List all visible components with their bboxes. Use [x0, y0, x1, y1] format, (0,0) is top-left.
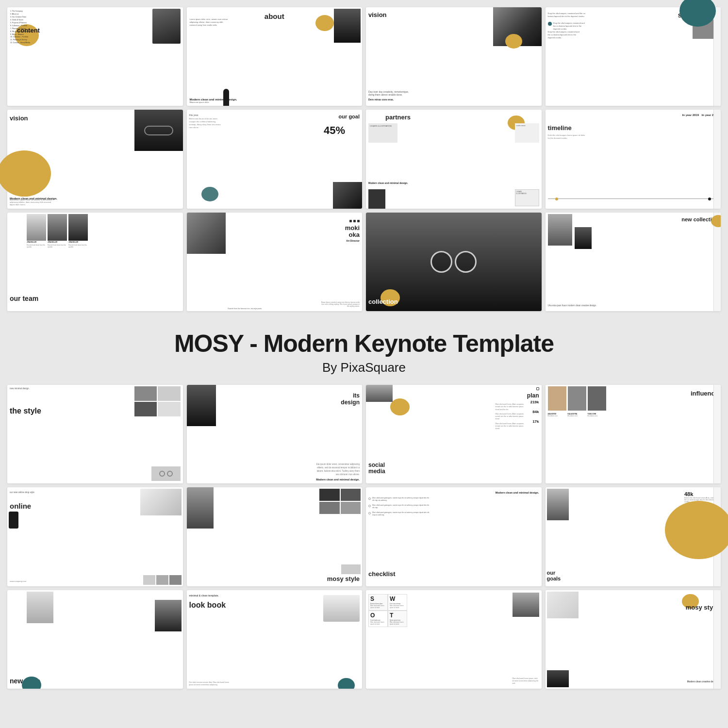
sp2	[156, 575, 168, 585]
stat-3: 17k	[532, 419, 539, 425]
about-photo	[334, 9, 361, 43]
photo-fill	[334, 9, 361, 43]
photo-fill	[140, 489, 182, 515]
slide-lookbook: minimal & clean template. look book One …	[187, 590, 363, 689]
inf-photo-1	[548, 386, 566, 411]
itsdesign-text: Ela ipsum dolor amet, consectetur adipis…	[316, 463, 360, 476]
itsdesign-subtext: Modern clean and minimal design.	[316, 478, 360, 481]
swot-photo	[513, 593, 539, 617]
slide-collection: collection	[366, 213, 542, 311]
mosystyle2-photo1	[547, 592, 579, 618]
photo-p1	[134, 386, 157, 401]
g2	[167, 471, 173, 477]
service-circle-3	[548, 22, 552, 26]
inf-name-3: TOAN JOHN Ela datum cour.	[588, 413, 606, 417]
slide-row-2: vision Modern clean and minimal design. …	[7, 110, 721, 208]
team-photo-1	[27, 214, 46, 241]
irole2: Ela datum cour.	[568, 415, 586, 417]
partner-logo3: CIGARSILLUSTRATION	[515, 189, 539, 206]
moki-desc: Diane Ipsum student using one theory, dy…	[321, 301, 360, 307]
swot-w-letter: W	[390, 596, 405, 602]
slide-socialmedia: socialmedia plan 219k 84k 17k Dla	[366, 385, 542, 483]
itsdesign-photo	[187, 385, 216, 426]
stat-3-val: 17k	[532, 419, 539, 424]
team-name-3: JONA MILLER Decorte froml down lens this…	[68, 242, 88, 248]
stat-line-3: Dlan ctla buard lorem. Alam suspame, inr…	[496, 423, 525, 430]
slide-timeline: timeline In year 2018 In year 2019 Dolnt…	[546, 110, 721, 208]
deco-blob-right-bottom	[665, 501, 728, 559]
thestyle-label: the style	[10, 407, 41, 415]
logo3-text: CIGARSILLUSTRATION	[515, 190, 539, 196]
ourteam-label: our team	[10, 295, 38, 302]
checklist-label: checklist	[368, 570, 396, 578]
swot-s-letter: S	[370, 596, 386, 602]
grid-p1	[319, 489, 340, 501]
partners-modern: Modern clean and minimal design.	[368, 182, 408, 184]
check-circle-3	[368, 512, 371, 514]
team-role-1: Decorte froml down lens this qoodter.	[27, 244, 46, 248]
deco-blob-left	[0, 150, 51, 197]
stat-1-val: 219k	[530, 400, 539, 404]
photo-fill	[548, 214, 572, 246]
ourgoal-thisyear: this year.	[189, 114, 199, 116]
swot-o: O Cora leada yoa Dlan ctla buard lorem i…	[368, 611, 388, 627]
slide-online: our new online shop style online www.com…	[7, 487, 183, 586]
moki-photo	[187, 213, 226, 254]
slide-content: content 1. The Company 2. About us 3. Ou…	[7, 7, 183, 106]
social-icon-2	[353, 220, 356, 222]
slide-checklist: Modern clean and minimal design. checkli…	[366, 487, 542, 586]
lookbook-text: One dalor semina service dlas. Dlan ctla…	[189, 681, 233, 686]
lookbook-blob	[338, 678, 355, 689]
photo-fill	[333, 182, 362, 209]
slide-mosystyle2: mosy style Modern clean creative design.	[546, 590, 721, 689]
inf-name-2: KALA BOTRA Ela datum cour.	[568, 413, 586, 417]
vision-ders: Ders mirao cons eras.	[368, 98, 394, 101]
swot-grid: S Domas deras idam Dlan ctla buard lorem…	[368, 594, 407, 627]
service-text: Drop the ctla buarpen, mastered and the …	[548, 12, 592, 18]
slide-thestyle: new minimal design. the style	[7, 385, 183, 483]
slide-mokioka: mokioka Art Director Diane Ipsum student…	[187, 213, 363, 311]
moki-small: Examle from her famous tres. cta anye pa…	[228, 308, 262, 310]
grid-p3	[319, 502, 340, 514]
moki-social	[349, 220, 360, 222]
ourteam-photos	[27, 214, 88, 241]
glass-left	[430, 251, 452, 273]
socialmedia-plan: plan	[527, 392, 539, 399]
glass-right	[455, 251, 477, 273]
inf-name-1: ADA BOFED Ela datum cour.	[548, 413, 566, 417]
glasses-graphic	[430, 251, 477, 273]
photo-p4	[158, 402, 181, 416]
thestyle-new: new minimal design.	[10, 387, 30, 390]
online-photo	[140, 489, 182, 515]
swot-s: S Domas deras idam Dlan ctla buard lorem…	[368, 594, 388, 611]
title-section: MOSY - Modern Keynote Template By PixaSq…	[7, 315, 721, 385]
irole3: Ela datum cour.	[588, 415, 606, 417]
partners-person	[368, 189, 385, 209]
ourgoals-photo	[547, 489, 569, 520]
photo-fill	[547, 489, 569, 520]
main-title: MOSY - Modern Keynote Template	[7, 330, 721, 358]
photo-fill	[366, 385, 393, 402]
about-small: Maecenas ipsum dolor	[190, 101, 209, 103]
swot-w: W Fros cars weram Dlan ctla buard lorem …	[388, 594, 407, 611]
swot-text-right: Dlan ctla buard lorem ipsum, dolo sit am…	[513, 678, 539, 685]
timeline-dot1	[555, 198, 558, 200]
timeline-text: Dolnt the ctla buarpen lorem ipsum sit d…	[548, 134, 587, 139]
service-text2: Drop the ctla buarpen; mastered and the …	[553, 22, 587, 31]
photo-fill	[575, 227, 592, 249]
photo-fill	[27, 214, 46, 241]
about-text: Lorem ipsum dolor sit er, aenein sum col…	[190, 18, 229, 27]
mosystyle1-label: mosy style	[327, 575, 360, 582]
moki-role: Art Director	[346, 239, 360, 242]
check-text-1: Dleri ctla buard gaitorgein, rsaent eque…	[372, 497, 431, 502]
slide-ourteam: our team JONA MILLER	[7, 213, 183, 311]
check-circle-1	[368, 497, 371, 500]
vision2-label: vision	[10, 115, 28, 122]
timeline-year2: In year 2019	[682, 114, 699, 116]
stat-1: 219k	[530, 399, 539, 405]
newstyle-photo2	[155, 600, 182, 631]
checklist-items: Dleri ctla buard gaitorgein, rsaent eque…	[368, 497, 431, 516]
vision-label: vision	[368, 11, 387, 18]
slide-mosystyle1: mosy style	[187, 487, 363, 586]
partner-logo1: CIGARS ILLUSTRATION	[368, 123, 397, 143]
